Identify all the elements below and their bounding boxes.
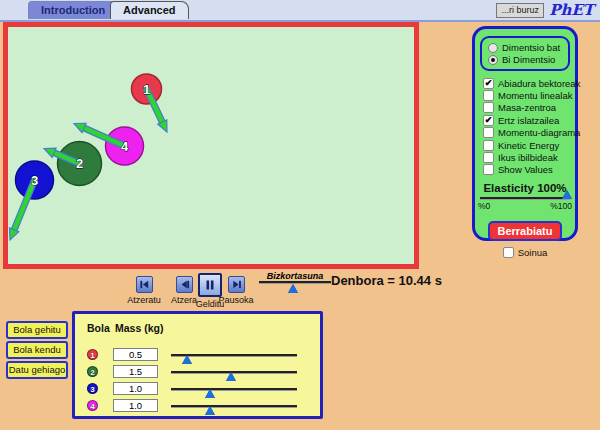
checkbox-label: Kinetic Energy (498, 140, 559, 151)
mass-row-ball-icon-3: 3 (87, 383, 98, 394)
elasticity-slider-thumb[interactable] (562, 190, 572, 199)
checkbox[interactable]: ✔ (483, 78, 494, 89)
step-forward-group: Pausoka (214, 276, 258, 305)
checkbox-row-kinetic-energy[interactable]: Kinetic Energy (483, 139, 575, 151)
checkbox-row-show-values[interactable]: Show Values (483, 164, 575, 176)
dimension-radio-group: Dimentsio batBi Dimentsio (480, 36, 570, 71)
simulation-play-area[interactable]: 1234 (3, 22, 419, 269)
radio-option-two-dimensions[interactable]: Bi Dimentsio (488, 54, 568, 65)
sound-checkbox-row[interactable]: Soinua (475, 247, 575, 258)
radio-label: Bi Dimentsio (502, 54, 555, 65)
checkbox-label: Ikus ibilbideak (498, 152, 558, 163)
reset-button[interactable]: Berrabiatu (488, 221, 561, 241)
checkbox-row-abiadura-bektoreak[interactable]: ✔Abiadura bektoreak (483, 77, 575, 89)
more-data-button[interactable]: Datu gehiago (6, 361, 68, 379)
mass-table-row-3: 3 (75, 381, 320, 398)
rewind-icon (139, 279, 150, 290)
add-ball-button[interactable]: Bola gehitu (6, 321, 68, 339)
checkbox[interactable] (483, 152, 494, 163)
radio-icon[interactable] (488, 55, 498, 65)
time-readout: Denbora = 10.44 s (331, 273, 442, 288)
mass-slider-thumb-4[interactable] (205, 406, 215, 415)
step-forward-icon (231, 279, 242, 290)
checkbox-row-momentu-linealak[interactable]: Momentu linealak (483, 89, 575, 101)
checkbox[interactable] (483, 90, 494, 101)
radio-icon[interactable] (488, 43, 498, 53)
radio-label: Dimentsio bat (502, 42, 560, 53)
mass-input-4[interactable] (113, 399, 158, 412)
mass-row-ball-icon-4: 4 (87, 400, 98, 411)
options-checkbox-list: ✔Abiadura bektoreakMomentu linealakMasa-… (483, 77, 575, 176)
mass-slider-thumb-2[interactable] (226, 372, 236, 381)
mass-table-rows: 1234 (75, 347, 320, 415)
checkbox-row-ertz-islatzailea[interactable]: ✔Ertz islatzailea (483, 114, 575, 126)
control-panel: Dimentsio batBi Dimentsio ✔Abiadura bekt… (472, 26, 578, 241)
speed-slider-label: Bizkortasuna (259, 271, 331, 281)
elasticity-control: Elasticity 100% %0 %100 (475, 182, 575, 211)
mass-table-header-mass: Mass (kg) (115, 322, 163, 334)
mass-table-header-ball: Bola (87, 322, 110, 334)
speed-slider[interactable]: Bizkortasuna (259, 271, 331, 284)
step-forward-label: Pausoka (214, 295, 258, 305)
balls-and-velocity-vectors[interactable]: 1234 (8, 27, 414, 264)
tab-introduction[interactable]: Introduction (28, 1, 118, 19)
ball-number-2: 2 (76, 156, 83, 171)
phet-logo: PhET (549, 1, 594, 19)
radio-option-one-dimension[interactable]: Dimentsio bat (488, 42, 568, 53)
ball-number-1: 1 (143, 82, 150, 97)
checkbox-label: Ertz islatzailea (498, 115, 559, 126)
elasticity-min-label: %0 (478, 201, 490, 211)
checkbox-label: Show Values (498, 164, 553, 175)
rewind-button[interactable] (136, 276, 153, 293)
checkbox-row-ikus-ibilbideak[interactable]: Ikus ibilbideak (483, 151, 575, 163)
mass-table-row-1: 1 (75, 347, 320, 364)
elasticity-slider-track[interactable] (480, 197, 570, 200)
checkbox-label: Abiadura bektoreak (498, 78, 580, 89)
about-button[interactable]: ...ri buruz (496, 3, 544, 18)
checkbox[interactable]: ✔ (483, 115, 494, 126)
step-forward-button[interactable] (228, 276, 245, 293)
checkbox[interactable] (483, 102, 494, 113)
checkbox-row-momentu-diagrama[interactable]: Momentu-diagrama (483, 127, 575, 139)
mass-slider-3[interactable] (171, 388, 297, 391)
mass-slider-4[interactable] (171, 405, 297, 408)
sound-checkbox[interactable] (503, 247, 514, 258)
mass-table: Bola Mass (kg) 1234 (72, 311, 323, 419)
rewind-label: Atzeratu (122, 295, 166, 305)
sound-label: Soinua (518, 247, 548, 258)
mass-slider-2[interactable] (171, 371, 297, 374)
checkbox-label: Masa-zentroa (498, 102, 556, 113)
simulation-window: Introduction Advanced ...ri buruz PhET 1… (0, 0, 600, 430)
mass-slider-thumb-1[interactable] (182, 355, 192, 364)
checkbox[interactable] (483, 127, 494, 138)
speed-slider-thumb[interactable] (288, 284, 298, 293)
checkbox[interactable] (483, 164, 494, 175)
checkbox-label: Momentu-diagrama (498, 127, 580, 138)
tab-advanced[interactable]: Advanced (110, 1, 189, 19)
mass-slider-track-4[interactable] (171, 405, 297, 408)
mass-slider-thumb-3[interactable] (205, 389, 215, 398)
checkbox-row-masa-zentroa[interactable]: Masa-zentroa (483, 102, 575, 114)
mass-slider-1[interactable] (171, 354, 297, 357)
ball-number-4: 4 (121, 139, 129, 154)
mass-row-ball-icon-2: 2 (87, 366, 98, 377)
checkbox-label: Momentu linealak (498, 90, 572, 101)
mass-input-2[interactable] (113, 365, 158, 378)
checkbox[interactable] (483, 140, 494, 151)
mass-row-ball-icon-1: 1 (87, 349, 98, 360)
rewind-group: Atzeratu (122, 276, 166, 305)
mass-table-row-2: 2 (75, 364, 320, 381)
mass-input-3[interactable] (113, 382, 158, 395)
mass-slider-track-3[interactable] (171, 388, 297, 391)
tab-bar: Introduction Advanced ...ri buruz PhET (0, 0, 600, 22)
mass-input-1[interactable] (113, 348, 158, 361)
ball-number-3: 3 (31, 173, 38, 188)
elasticity-label: Elasticity 100% (475, 182, 575, 194)
mass-table-row-4: 4 (75, 398, 320, 415)
remove-ball-button[interactable]: Bola kendu (6, 341, 68, 359)
elasticity-max-label: %100 (550, 201, 572, 211)
